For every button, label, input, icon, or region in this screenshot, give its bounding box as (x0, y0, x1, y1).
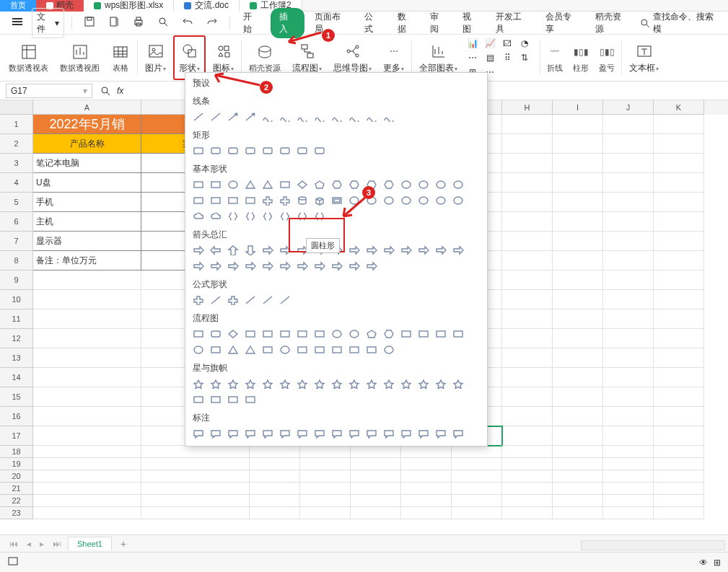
tab-home[interactable]: 首页 (0, 0, 36, 12)
shape-option[interactable] (399, 244, 413, 257)
shape-option[interactable] (451, 178, 465, 191)
cell[interactable] (654, 348, 704, 368)
shape-option[interactable] (243, 343, 258, 356)
col-header[interactable]: K (654, 100, 704, 115)
shape-option[interactable] (364, 427, 379, 440)
shape-option[interactable] (260, 178, 275, 191)
cell[interactable] (502, 154, 553, 173)
shape-option[interactable] (399, 327, 413, 340)
cell[interactable] (654, 115, 704, 134)
cell[interactable] (603, 407, 654, 426)
redo-icon[interactable] (202, 13, 222, 32)
cell[interactable] (351, 446, 401, 458)
cell[interactable] (553, 387, 603, 407)
cell[interactable] (603, 368, 654, 387)
shape-option[interactable] (451, 194, 465, 207)
horizontal-scrollbar[interactable] (581, 540, 725, 550)
shape-option[interactable] (451, 327, 465, 340)
cell[interactable] (603, 446, 654, 458)
shape-option[interactable] (209, 294, 223, 307)
cell[interactable] (33, 495, 141, 507)
cell[interactable] (654, 193, 704, 212)
shape-option[interactable] (243, 393, 258, 406)
shape-option[interactable] (416, 327, 431, 340)
shape-option[interactable] (278, 178, 292, 191)
shape-option[interactable] (191, 343, 206, 356)
cell[interactable] (654, 470, 704, 483)
cell[interactable] (33, 329, 141, 348)
cell[interactable] (553, 348, 603, 368)
shape-option[interactable] (209, 110, 223, 123)
cell[interactable] (250, 495, 300, 507)
cell[interactable] (502, 348, 553, 368)
shape-option[interactable] (243, 110, 258, 123)
cell[interactable] (250, 458, 300, 470)
btn-pivot-table[interactable]: 数据透视表 (4, 35, 53, 80)
shape-option[interactable] (364, 327, 379, 340)
shape-option[interactable] (243, 427, 258, 440)
sheet-nav-prev-icon[interactable]: ◂ (25, 539, 33, 549)
shape-option[interactable] (260, 427, 275, 440)
cell[interactable] (250, 446, 300, 458)
shape-option[interactable] (295, 260, 310, 273)
row-header[interactable]: 7 (0, 232, 33, 251)
shape-option[interactable] (209, 343, 223, 356)
row-header[interactable]: 12 (0, 329, 33, 348)
cell[interactable] (603, 470, 654, 483)
shape-option[interactable] (347, 427, 361, 440)
cell[interactable] (33, 309, 141, 329)
shape-option[interactable] (312, 327, 327, 340)
shape-option[interactable] (312, 178, 327, 191)
cell[interactable] (502, 309, 553, 329)
shape-option[interactable] (191, 194, 206, 207)
cell[interactable] (502, 270, 553, 290)
shape-option[interactable] (416, 194, 431, 207)
cell[interactable] (654, 270, 704, 290)
shape-option[interactable] (226, 260, 240, 273)
shape-option[interactable] (295, 427, 310, 440)
row-header[interactable]: 15 (0, 387, 33, 407)
chart-bar2-icon[interactable]: ▤ (482, 51, 498, 64)
shape-option[interactable] (278, 427, 292, 440)
file-menu[interactable]: 文件▾ (32, 8, 64, 38)
shape-option[interactable] (243, 244, 258, 257)
shape-option[interactable] (243, 194, 258, 207)
cell[interactable] (250, 470, 300, 483)
shape-option[interactable] (209, 194, 223, 207)
save-icon[interactable] (79, 13, 100, 32)
cell[interactable] (654, 329, 704, 348)
shape-option[interactable] (330, 343, 344, 356)
chart-more-icon[interactable]: ⋯ (465, 51, 481, 64)
chart-stock-icon[interactable]: ⇅ (517, 51, 532, 64)
shape-option[interactable] (278, 294, 292, 307)
shape-option[interactable] (278, 343, 292, 356)
shape-option[interactable] (226, 178, 240, 191)
col-header[interactable]: J (603, 100, 654, 115)
shape-option[interactable] (330, 377, 344, 390)
shape-option[interactable] (191, 377, 206, 390)
shape-option[interactable] (330, 327, 344, 340)
shape-option[interactable] (382, 427, 396, 440)
cell[interactable] (502, 407, 553, 426)
shape-option[interactable] (191, 294, 206, 307)
cell[interactable] (654, 507, 704, 519)
shape-option[interactable] (434, 427, 448, 440)
shape-option[interactable] (209, 210, 223, 223)
cell[interactable]: 显示器 (33, 232, 141, 251)
undo-icon[interactable] (177, 13, 198, 32)
cell[interactable] (603, 270, 654, 290)
cell[interactable] (502, 290, 553, 309)
cell[interactable] (603, 387, 654, 407)
cell[interactable] (452, 495, 502, 507)
shape-option[interactable] (226, 427, 240, 440)
shape-option[interactable] (226, 393, 240, 406)
cell[interactable] (553, 154, 603, 173)
add-sheet-button[interactable]: + (116, 538, 131, 550)
shape-option[interactable] (260, 194, 275, 207)
shape-option[interactable] (364, 377, 379, 390)
shape-option[interactable] (243, 294, 258, 307)
cell[interactable] (33, 407, 141, 426)
cell[interactable] (654, 212, 704, 232)
cell[interactable] (452, 470, 502, 483)
cell[interactable]: 笔记本电脑 (33, 154, 141, 173)
